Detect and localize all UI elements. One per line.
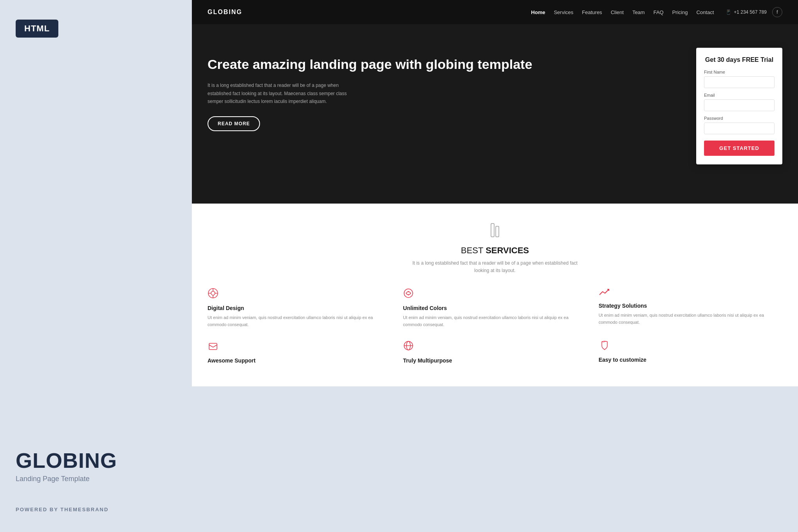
service-item-digital-design: Digital Design Ut enim ad minim veniam, … xyxy=(208,288,391,328)
service-title-unlimited-colors: Unlimited Colors xyxy=(403,305,587,311)
nav-link-home[interactable]: Home xyxy=(531,9,545,15)
get-started-button[interactable]: GET STARTED xyxy=(704,141,775,156)
email-input[interactable] xyxy=(704,99,775,111)
services-heading-bold: SERVICES xyxy=(486,245,529,255)
hero-content: Create amazing landing page with globing… xyxy=(192,24,798,180)
nav-link-contact[interactable]: Contact xyxy=(696,9,714,15)
nav-item-faq[interactable]: FAQ xyxy=(654,9,664,16)
strategy-icon xyxy=(599,288,782,299)
service-text-digital-design: Ut enim ad minim veniam, quis nostrud ex… xyxy=(208,314,391,328)
services-heading-normal: BEST xyxy=(461,245,486,255)
nav-item-features[interactable]: Features xyxy=(582,9,602,16)
hero-title: Create amazing landing page with globing… xyxy=(208,56,681,73)
svg-point-9 xyxy=(408,291,409,292)
service-item-strategy: Strategy Solutions Ut enim ad minim veni… xyxy=(599,288,782,328)
svg-point-10 xyxy=(408,294,409,296)
nav-link-client[interactable]: Client xyxy=(611,9,624,15)
phone-number: +1 234 567 789 xyxy=(734,9,767,15)
services-heading: BEST SERVICES xyxy=(208,245,782,256)
service-text-strategy: Ut enim ad minim veniam, quis nostrud ex… xyxy=(599,312,782,326)
service-item-multipurpose: Truly Multipurpose xyxy=(403,340,587,367)
nav-item-client[interactable]: Client xyxy=(611,9,624,16)
support-icon xyxy=(208,340,391,353)
svg-rect-0 xyxy=(491,224,494,237)
service-title-digital-design: Digital Design xyxy=(208,305,391,311)
right-panel: GLOBING Home Services Features Client Te… xyxy=(192,0,798,532)
hero-text: Create amazing landing page with globing… xyxy=(208,48,681,131)
left-bottom: GLOBING Landing Page Template POWERED BY… xyxy=(16,425,176,512)
nav-item-contact[interactable]: Contact xyxy=(696,9,714,16)
svg-point-3 xyxy=(211,291,215,295)
brand-subtitle: Landing Page Template xyxy=(16,475,176,483)
nav-link-features[interactable]: Features xyxy=(582,9,602,15)
html-badge: HTML xyxy=(16,20,58,38)
nav-link-services[interactable]: Services xyxy=(554,9,573,15)
nav-links: Home Services Features Client Team FAQ P… xyxy=(531,9,714,16)
hero-description: It is a long established fact that a rea… xyxy=(208,81,356,105)
svg-rect-1 xyxy=(496,226,499,237)
password-input[interactable] xyxy=(704,123,775,134)
digital-design-icon xyxy=(208,288,391,301)
nav-logo: GLOBING xyxy=(208,9,242,16)
customize-icon xyxy=(599,340,782,353)
hero-section: GLOBING Home Services Features Client Te… xyxy=(192,0,798,204)
read-more-button[interactable]: READ MORE xyxy=(208,116,260,131)
service-item-customize: Easy to customize xyxy=(599,340,782,367)
service-title-support: Awesome Support xyxy=(208,357,391,364)
nav-item-services[interactable]: Services xyxy=(554,9,573,16)
services-grid: Digital Design Ut enim ad minim veniam, … xyxy=(208,288,782,366)
nav-item-team[interactable]: Team xyxy=(632,9,645,16)
nav-link-pricing[interactable]: Pricing xyxy=(672,9,688,15)
phone-icon: 📱 xyxy=(726,9,731,15)
password-label: Password xyxy=(704,116,775,121)
email-label: Email xyxy=(704,93,775,97)
services-section: BEST SERVICES It is a long established f… xyxy=(192,204,798,386)
nav-link-team[interactable]: Team xyxy=(632,9,645,15)
powered-by: POWERED BY THEMESBRAND xyxy=(16,507,176,512)
multipurpose-icon xyxy=(403,340,587,353)
service-title-customize: Easy to customize xyxy=(599,357,782,363)
service-text-unlimited-colors: Ut enim ad minim veniam, quis nostrud ex… xyxy=(403,314,587,328)
svg-rect-11 xyxy=(209,343,217,350)
services-description: It is a long established fact that a rea… xyxy=(208,260,782,274)
services-top-icon xyxy=(208,223,782,240)
trial-card-title: Get 30 days FREE Trial xyxy=(704,56,775,63)
service-item-unlimited-colors: Unlimited Colors Ut enim ad minim veniam… xyxy=(403,288,587,328)
facebook-icon[interactable]: f xyxy=(772,7,782,17)
trial-card: Get 30 days FREE Trial First Name Email … xyxy=(696,48,782,164)
nav-item-pricing[interactable]: Pricing xyxy=(672,9,688,16)
nav-link-faq[interactable]: FAQ xyxy=(654,9,664,15)
nav-phone: 📱 +1 234 567 789 xyxy=(726,9,767,15)
service-item-support: Awesome Support xyxy=(208,340,391,367)
unlimited-colors-icon xyxy=(403,288,587,301)
first-name-input[interactable] xyxy=(704,76,775,88)
svg-point-8 xyxy=(404,289,413,298)
service-title-strategy: Strategy Solutions xyxy=(599,303,782,309)
nav-item-home[interactable]: Home xyxy=(531,9,545,16)
left-panel: HTML GLOBING Landing Page Template POWER… xyxy=(0,0,192,532)
service-title-multipurpose: Truly Multipurpose xyxy=(403,357,587,364)
first-name-label: First Name xyxy=(704,70,775,74)
brand-name: GLOBING xyxy=(16,448,176,472)
navbar: GLOBING Home Services Features Client Te… xyxy=(192,0,798,24)
